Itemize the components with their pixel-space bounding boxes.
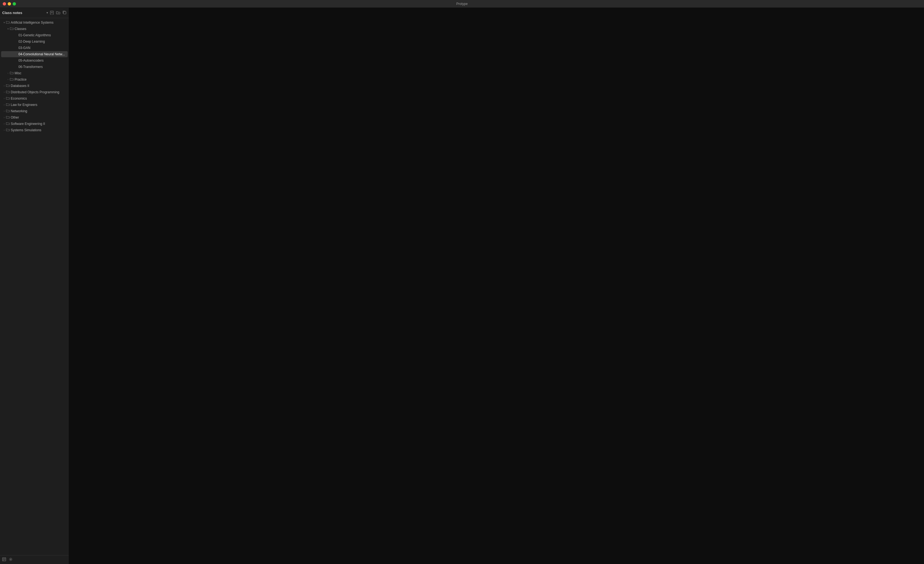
tree-item-label: 03-GAN: [18, 46, 66, 50]
tree-item-other[interactable]: › Other: [1, 114, 68, 120]
tree-item-label: Systems Simulations: [11, 128, 66, 132]
sidebar: Class notes ▾: [0, 8, 69, 564]
tree-item-transformers[interactable]: 06-Transformers: [1, 64, 68, 70]
tree-item-software-engineering-ii[interactable]: › Software Engineering II: [1, 121, 68, 127]
tree-item-databases-ii[interactable]: › Databases II: [1, 83, 68, 89]
new-note-icon[interactable]: [50, 11, 54, 15]
pages-icon[interactable]: [2, 557, 6, 562]
tree-item-misc[interactable]: › Misc: [1, 70, 68, 76]
tree-item-label: Law for Engineers: [11, 103, 66, 107]
settings-icon[interactable]: [9, 557, 13, 562]
folder-icon: [6, 21, 10, 24]
svg-point-10: [10, 559, 11, 560]
tree-item-label: Classes: [15, 27, 66, 31]
chevron-icon: ›: [6, 72, 10, 75]
tree-item-genetic-algorithms[interactable]: 01-Genetic Algorithms: [1, 32, 68, 38]
sidebar-header-chevron-icon[interactable]: ▾: [46, 11, 48, 15]
main-content: [69, 8, 924, 564]
window-title: Protype: [456, 2, 468, 6]
tree-item-autoencoders[interactable]: 05-Autoencoders: [1, 57, 68, 63]
traffic-lights: [3, 2, 16, 6]
sidebar-bottom: [0, 555, 69, 564]
chevron-icon: ›: [2, 97, 6, 100]
tree-item-practice[interactable]: › Practice: [1, 77, 68, 83]
svg-rect-5: [63, 12, 66, 14]
chevron-icon: ›: [2, 104, 6, 106]
tree-item-label: 01-Genetic Algorithms: [18, 33, 66, 37]
tree-item-gan[interactable]: 03-GAN: [1, 45, 68, 51]
tree-item-label: Software Engineering II: [11, 122, 66, 126]
tree-item-classes[interactable]: ▾ Classes: [1, 26, 68, 32]
folder-icon: [6, 84, 10, 88]
tree-item-cnn[interactable]: 04-Convolutional Neural Netw...: [1, 51, 68, 57]
titlebar: Protype: [0, 0, 924, 8]
tree-item-label: 06-Transformers: [18, 65, 66, 69]
sidebar-header-icons: [50, 11, 66, 15]
tree-item-label: Misc: [15, 71, 66, 75]
close-button[interactable]: [3, 2, 6, 6]
folder-icon: [6, 116, 10, 119]
chevron-icon: ▾: [6, 27, 10, 30]
tree-item-systems-simulations[interactable]: › Systems Simulations: [1, 127, 68, 133]
tree-item-economics[interactable]: › Economics: [1, 95, 68, 102]
tree-item-label: Networking: [11, 109, 66, 113]
maximize-button[interactable]: [13, 2, 16, 6]
folder-icon: [6, 103, 10, 107]
chevron-icon: ›: [6, 78, 10, 81]
tree-item-distributed-objects[interactable]: › Distributed Objects Programming: [1, 89, 68, 95]
sidebar-header-title: Class notes: [2, 11, 46, 15]
chevron-icon: ›: [2, 129, 6, 131]
chevron-icon: ›: [2, 110, 6, 113]
folder-icon: [10, 71, 14, 75]
tree-item-networking[interactable]: › Networking: [1, 108, 68, 114]
tree-item-label: 02-Deep Learning: [18, 40, 66, 44]
tree-item-label: 05-Autoencoders: [18, 59, 66, 62]
tree-item-label: 04-Convolutional Neural Netw...: [18, 52, 66, 56]
chevron-icon: ›: [2, 84, 6, 87]
folder-icon: [10, 78, 14, 81]
folder-icon: [6, 128, 10, 132]
folder-icon: [6, 122, 10, 126]
folder-icon: [6, 109, 10, 113]
tree-item-label: Other: [11, 116, 66, 119]
tree-item-ai-systems[interactable]: ▾ Artificial Intelligence Systems: [1, 20, 68, 26]
file-tree: ▾ Artificial Intelligence Systems▾ Class…: [0, 18, 69, 555]
tree-item-label: Distributed Objects Programming: [11, 90, 66, 94]
copy-icon[interactable]: [62, 11, 66, 15]
folder-icon: [6, 90, 10, 94]
tree-item-label: Practice: [15, 78, 66, 81]
chevron-icon: ›: [2, 116, 6, 119]
folder-icon: [10, 27, 14, 31]
app-body: Class notes ▾: [0, 8, 924, 564]
tree-item-law-for-engineers[interactable]: › Law for Engineers: [1, 102, 68, 108]
chevron-icon: ›: [2, 91, 6, 93]
chevron-icon: ›: [2, 122, 6, 125]
minimize-button[interactable]: [8, 2, 11, 6]
new-folder-icon[interactable]: [56, 11, 60, 15]
sidebar-header: Class notes ▾: [0, 8, 69, 18]
tree-item-label: Economics: [11, 96, 66, 101]
tree-item-label: Artificial Intelligence Systems: [11, 21, 66, 24]
folder-icon: [6, 96, 10, 101]
chevron-icon: ▾: [2, 21, 6, 24]
tree-item-label: Databases II: [11, 84, 66, 88]
tree-item-deep-learning[interactable]: 02-Deep Learning: [1, 39, 68, 45]
